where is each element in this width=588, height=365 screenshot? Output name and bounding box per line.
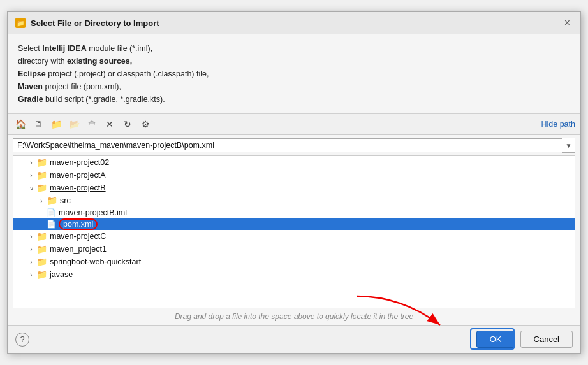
desc-line1: Select Intellij IDEA module file (*.iml)…	[18, 44, 152, 53]
new-folder-button[interactable]: 📂	[66, 117, 82, 132]
up-button[interactable]	[84, 117, 99, 132]
item-label: maven-project02	[50, 158, 109, 167]
folder-icon: 📁	[36, 157, 47, 168]
file-icon: 📄	[47, 208, 56, 217]
file-tree[interactable]: › 📁 maven-project02 › 📁 maven-projectA ∨…	[13, 155, 575, 308]
description-area: Select Intellij IDEA module file (*.iml)…	[8, 34, 580, 114]
list-item[interactable]: › 📁 maven-project02	[13, 156, 575, 169]
item-label: javase	[50, 270, 73, 279]
dialog-icon: 📁	[15, 18, 26, 28]
folder-button[interactable]: 📁	[48, 117, 64, 132]
list-item[interactable]: 📄 maven-projectB.iml	[13, 207, 575, 218]
list-item[interactable]: › 📁 src	[13, 194, 575, 207]
item-label: pom.xml	[59, 220, 98, 229]
list-item[interactable]: › 📁 maven_project1	[13, 243, 575, 255]
expand-arrow: ›	[26, 172, 36, 179]
dialog-title: Select File or Directory to Import	[31, 18, 159, 28]
desc-line4: Maven project file (pom.xml),	[18, 82, 121, 91]
desktop-button[interactable]: 🖥	[31, 117, 46, 132]
path-bar: ▼	[13, 138, 575, 153]
help-button[interactable]: ?	[15, 333, 29, 347]
item-label: src	[60, 196, 71, 205]
drag-hint: Drag and drop a file into the space abov…	[8, 308, 580, 325]
settings-button[interactable]: ⚙	[138, 117, 153, 132]
item-label: maven-projectA	[50, 171, 106, 180]
refresh-button[interactable]: ↻	[120, 117, 135, 132]
desc-line2: directory with existing sources,	[18, 57, 132, 66]
folder-icon: 📁	[36, 269, 47, 280]
folder-icon: 📁	[47, 196, 57, 206]
list-item[interactable]: › 📁 springboot-web-quickstart	[13, 255, 575, 268]
ok-button[interactable]: OK	[476, 331, 515, 348]
close-button[interactable]: ×	[562, 17, 573, 29]
list-item[interactable]: › 📁 maven-projectA	[13, 169, 575, 182]
expand-arrow: ›	[26, 159, 36, 166]
list-item[interactable]: ∨ 📁 maven-projectB	[13, 182, 575, 194]
folder-icon: 📁	[36, 257, 47, 267]
item-label: maven-projectB.iml	[59, 208, 127, 217]
item-label: maven-projectB	[50, 183, 106, 192]
item-label: springboot-web-quickstart	[50, 257, 141, 266]
folder-icon: 📁	[36, 231, 47, 241]
title-bar: 📁 Select File or Directory to Import ×	[8, 12, 580, 34]
list-item[interactable]: › 📁 maven-projectC	[13, 230, 575, 243]
item-label: maven-projectC	[50, 232, 106, 241]
folder-icon: 📁	[36, 244, 47, 254]
cancel-button[interactable]: Cancel	[520, 331, 573, 348]
pom-highlight: pom.xml	[59, 218, 98, 230]
expand-arrow: ›	[36, 197, 47, 204]
delete-button[interactable]: ✕	[102, 117, 117, 132]
expand-arrow: ∨	[26, 185, 36, 192]
footer-actions: OK Cancel	[476, 331, 573, 348]
expand-arrow: ›	[26, 233, 36, 240]
expand-arrow: ›	[26, 271, 36, 278]
title-bar-left: 📁 Select File or Directory to Import	[15, 18, 159, 28]
list-item[interactable]: › 📁 javase	[13, 268, 575, 281]
dialog: 📁 Select File or Directory to Import × S…	[7, 11, 581, 354]
desc-line3: Eclipse project (.project) or classpath …	[18, 69, 209, 78]
folder-icon: 📁	[36, 183, 47, 193]
desc-line5: Gradle build script (*.gradle, *.gradle.…	[18, 95, 165, 104]
path-dropdown-button[interactable]: ▼	[562, 138, 575, 153]
toolbar: 🏠 🖥 📁 📂 ✕ ↻ ⚙ Hide path	[8, 114, 580, 135]
path-input[interactable]	[13, 138, 562, 152]
home-button[interactable]: 🏠	[13, 117, 28, 132]
hide-path-button[interactable]: Hide path	[541, 120, 575, 129]
expand-arrow: ›	[26, 259, 36, 266]
file-xml-icon: 📄	[47, 220, 56, 229]
expand-arrow: ›	[26, 246, 36, 253]
folder-icon: 📁	[36, 170, 47, 180]
list-item[interactable]: 📄 pom.xml	[13, 218, 575, 230]
footer: ? OK Cancel	[8, 325, 580, 353]
item-label: maven_project1	[50, 245, 107, 254]
